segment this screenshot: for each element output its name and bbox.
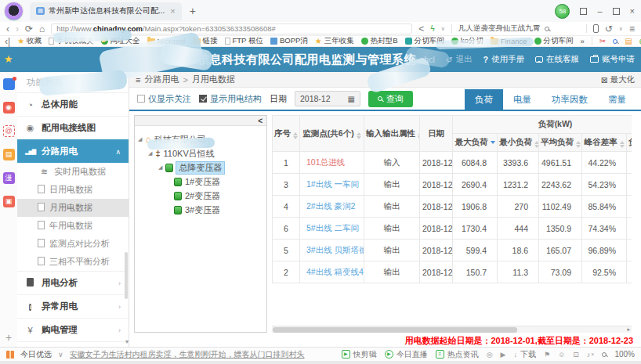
bookmark-item[interactable]: BOPP消 [270, 36, 308, 46]
bookmark-item[interactable]: ★三年收集 [315, 36, 354, 46]
col-date[interactable]: 日期 [420, 116, 453, 152]
tree-node-line[interactable]: ◢ ‡ 110KV吕恒线 [138, 146, 263, 160]
scrollbar-thumb[interactable] [273, 327, 517, 333]
bookmarks-overflow[interactable]: » [581, 37, 585, 45]
bookmark-item[interactable]: 网址大全 [101, 36, 140, 46]
online-service-link[interactable]: 在线客服 [535, 54, 579, 65]
undo-dropdown-icon[interactable]: ∨ [619, 26, 623, 32]
sidebar-item-purchase[interactable]: ¥ 购电管理 › [17, 318, 129, 341]
news-ticker-link[interactable]: 安徽女子为生活村内租房卖淫，生意刚刚开始，嫖客从门口排到村头 [70, 349, 305, 360]
daily-picks-label[interactable]: 今日优选 [20, 349, 52, 360]
search-input[interactable]: 凡人逆袭变身仙王战九霄 [458, 23, 580, 34]
tab-load[interactable]: 负荷 [465, 89, 503, 110]
monitor-point-link[interactable]: 101总进线 [300, 152, 364, 174]
undo-history-icon[interactable]: ↺ [605, 24, 613, 34]
reading-app-icon[interactable]: ▤ [3, 149, 15, 160]
col-clipped[interactable]: 负 [627, 134, 632, 152]
date-input[interactable]: 2018-12▦ [295, 91, 360, 106]
user-menu[interactable]: zhcl [405, 54, 435, 66]
maximize-button[interactable]: ⊠最大化 [601, 74, 635, 85]
zoom-level[interactable]: 100% [614, 350, 635, 359]
only-follow-checkbox[interactable] [137, 95, 145, 103]
cursor-icon[interactable]: ▶ [501, 351, 506, 359]
col-peak-valley[interactable]: 峰谷差率 [582, 134, 627, 152]
search-icon[interactable] [545, 27, 549, 31]
bookmark-item[interactable]: ★收藏 [17, 36, 42, 46]
quick-clip-button[interactable]: ▶快剪辑 [342, 349, 377, 360]
show-structure-checkbox[interactable] [199, 95, 207, 103]
share-icon[interactable]: < [418, 24, 424, 34]
monitor-point-link[interactable]: 5#出线 二车间 [300, 218, 364, 240]
window-icon[interactable]: ⊡ [573, 351, 579, 359]
minimize-button[interactable]: – [597, 6, 602, 16]
tree-node-transformer-3[interactable]: 3#变压器 [138, 203, 263, 217]
bookmark-item[interactable]: 链接 [193, 36, 218, 46]
speedup-ball[interactable]: 58 [555, 4, 570, 19]
favorites-star-icon[interactable]: ★ [4, 53, 13, 65]
new-tab-button[interactable]: + [190, 5, 196, 17]
tree-collapse-button[interactable]: < [135, 116, 266, 126]
pictures-icon[interactable]: ▤ [625, 38, 632, 45]
browser-menu-icon[interactable]: ≡ [629, 24, 635, 34]
logout-button[interactable]: ↺退出 [446, 54, 473, 65]
bookmark-item[interactable]: 手机收藏夹 [49, 36, 94, 46]
bookmark-item[interactable]: FTP 根位 [225, 36, 263, 46]
account-apply-link[interactable]: 账号申请 [590, 54, 635, 65]
monitor-point-link[interactable]: 4#出线 箱变线4 [300, 261, 364, 283]
url-input[interactable]: http://www.chinadny.com/Main.aspx?token=… [51, 23, 412, 34]
sidebar-item-abnormal[interactable]: i 异常用电 › [17, 294, 129, 318]
expand-icon[interactable]: ◢ [138, 136, 142, 142]
scroll-down-icon[interactable]: ▾ [125, 338, 129, 345]
close-window-button[interactable]: × [630, 6, 635, 16]
speed-mode-dropdown-icon[interactable]: ∨ [441, 26, 445, 32]
mobile-sync-icon[interactable] [593, 24, 599, 33]
find-icon[interactable] [613, 39, 617, 44]
query-button[interactable]: 查询 [368, 91, 413, 107]
forward-icon[interactable]: › [16, 24, 19, 34]
speed-mode-icon[interactable]: ϟ [430, 24, 434, 33]
sidebar-subitem-yearly[interactable]: 年用电数据 [17, 217, 129, 235]
live-today-button[interactable]: ▶今日直播 [385, 349, 428, 360]
bookmark-item[interactable]: Microsof [147, 37, 186, 45]
sidebar-item-branch-power[interactable]: ▂▅▇ 分路用电 ∧ [17, 139, 129, 163]
tab-close-icon[interactable]: × [170, 6, 175, 16]
sidebar-scrollbar[interactable] [125, 252, 128, 299]
tree-node-company[interactable]: ◢ ⌂ 科技有限公司 [138, 132, 263, 146]
sidebar-item-report[interactable]: ▥ 统计报表 › [17, 341, 129, 347]
col-max-load[interactable]: 最大负荷 [453, 134, 498, 152]
monitor-point-link[interactable]: 2#出线 豪润2 [300, 196, 364, 218]
sidebar-subitem-monthly[interactable]: 月用电数据 [17, 199, 129, 217]
gift-icon[interactable] [6, 351, 14, 359]
target-icon[interactable]: ◎ [487, 351, 493, 359]
horizontal-scrollbar[interactable]: ▸ [272, 326, 632, 333]
sidebar-subitem-daily[interactable]: 日用电数据 [17, 181, 129, 199]
hot-news-button[interactable]: ≡热点资讯 [436, 349, 479, 360]
expand-icon[interactable]: ◢ [158, 164, 162, 171]
bookmark-item[interactable]: 热封型B [361, 36, 398, 46]
expand-icon[interactable]: ◢ [148, 150, 152, 157]
tab-demand[interactable]: 需量 [598, 89, 636, 110]
refresh-icon[interactable]: ⟳ [25, 24, 33, 34]
screenshot-icon[interactable]: ✂ [599, 38, 606, 45]
manga-app-icon[interactable]: 漫 [3, 172, 15, 184]
restore-button[interactable] [613, 8, 620, 15]
monitor-point-link[interactable]: 1#出线 一车间 [300, 174, 364, 196]
messages-app-icon[interactable] [3, 78, 15, 90]
monitor-point-link[interactable]: 3#出线 贝斯塔德3 [300, 240, 364, 261]
sidebar-item-overview[interactable]: ◔ 总体用能 [17, 92, 129, 116]
scroll-right-icon[interactable]: ▸ [627, 326, 632, 333]
tree-node-transformer-1[interactable]: 1#变压器 [138, 175, 263, 189]
col-seq[interactable]: 序号 [273, 116, 300, 152]
col-avg-load[interactable]: 平均负荷 [539, 134, 582, 152]
sidebar-subitem-realtime[interactable]: ≋实时用电数据 [17, 163, 129, 181]
tree-node-main-transformer[interactable]: ◢ 总降变压器 [138, 160, 263, 175]
download-button[interactable]: ↓下载 [514, 349, 537, 360]
mute-button[interactable]: ♪× [587, 351, 595, 359]
boss-key-icon[interactable] [580, 8, 587, 15]
add-app-icon[interactable]: + [5, 331, 12, 344]
col-point[interactable]: 监测点(共6个) [300, 116, 364, 152]
tree-node-transformer-2[interactable]: 2#变压器 [138, 189, 263, 203]
mention-app-icon[interactable]: @ [3, 125, 15, 137]
bookmark-item[interactable]: 分切车间 [534, 36, 574, 46]
flag-icon[interactable]: ⚑ [544, 351, 550, 359]
